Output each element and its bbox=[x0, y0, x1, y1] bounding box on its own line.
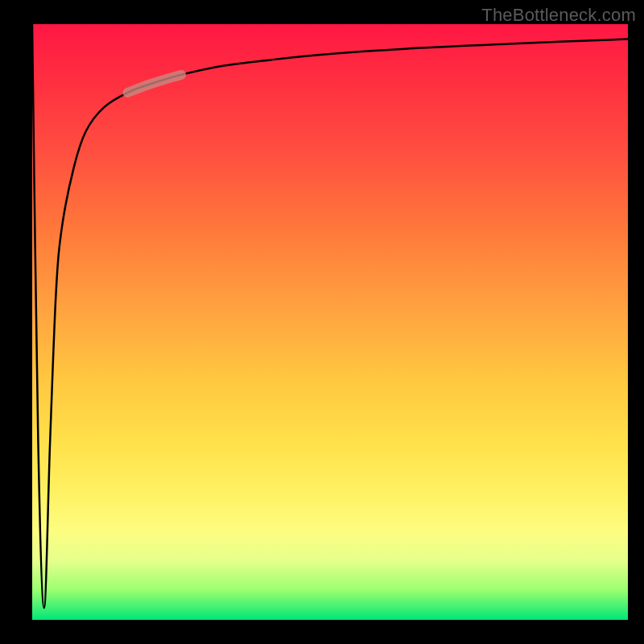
watermark-text: TheBottleneck.com bbox=[481, 5, 636, 26]
highlight-segment bbox=[127, 75, 181, 93]
bottleneck-curve-path bbox=[32, 24, 628, 608]
chart-stage: TheBottleneck.com bbox=[0, 0, 644, 644]
curve-svg bbox=[32, 24, 628, 620]
plot-area bbox=[32, 24, 628, 620]
